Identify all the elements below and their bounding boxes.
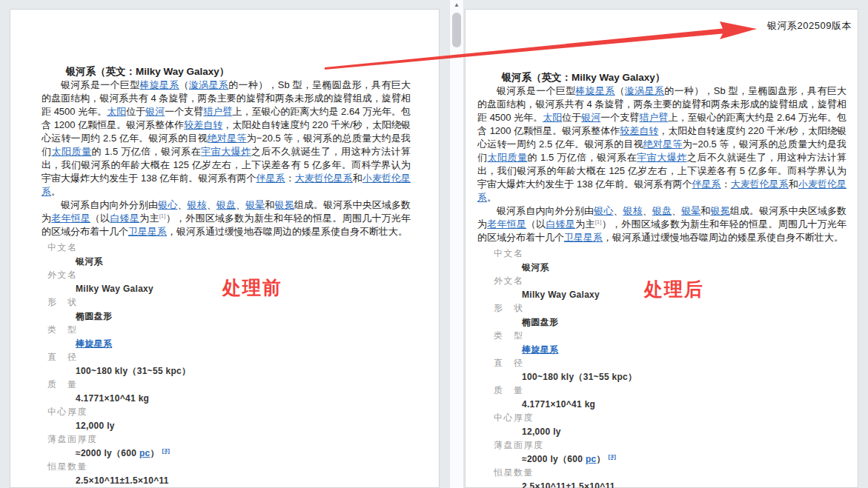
- infobox-value: 棒旋星系: [47, 337, 411, 351]
- text-run: 12,000 ly: [76, 421, 115, 431]
- infobox-value: 12,000 ly: [47, 419, 411, 433]
- text-run: 、: [207, 199, 216, 210]
- infobox-label: 恒星数量: [494, 466, 847, 480]
- text-run: 位于: [562, 112, 581, 123]
- wiki-link[interactable]: 卫星星系: [564, 232, 603, 243]
- wiki-link[interactable]: 银心: [158, 199, 177, 210]
- infobox-value: 12,000 ly: [494, 425, 847, 439]
- wiki-link[interactable]: 银冕: [275, 199, 294, 210]
- wiki-link[interactable]: 银盘: [216, 199, 236, 210]
- wiki-link[interactable]: 大麦哲伦星系: [295, 173, 353, 184]
- wiki-link[interactable]: 银晕: [245, 199, 265, 210]
- wiki-link[interactable]: pc: [586, 454, 597, 464]
- text-run: 和: [789, 178, 798, 190]
- text-run: 椭圆盘形: [76, 311, 112, 321]
- text-run: 的 1.5 万亿倍，银河系在: [527, 152, 637, 163]
- text-run: ）: [150, 448, 162, 458]
- text-run: 为主: [575, 218, 594, 230]
- wiki-link[interactable]: 绝对星等: [208, 133, 247, 144]
- text-run: 银河系是一个巨型: [61, 79, 139, 90]
- text-run: ：: [285, 173, 295, 184]
- infobox-row: 中文名 银河系: [494, 247, 847, 274]
- wiki-link[interactable]: 绝对星等: [643, 138, 683, 150]
- paragraph-1: 银河系是一个巨型棒旋星系（漩涡星系的一种），Sb 型，呈椭圆盘形，具有巨大的盘面…: [477, 84, 847, 204]
- infobox-value: 4.1771×10^41 kg: [494, 398, 847, 412]
- infobox-label: 薄盘面厚度: [47, 432, 411, 447]
- wiki-link[interactable]: [3]: [162, 447, 170, 454]
- wiki-link[interactable]: [3]: [608, 453, 616, 460]
- wiki-link[interactable]: 老年恒星: [487, 218, 526, 230]
- infobox-label: 中文名: [494, 247, 847, 261]
- text-run: ）: [597, 454, 609, 464]
- text-run: 银河系自内向外分别由: [497, 205, 594, 216]
- wiki-link[interactable]: pc: [139, 448, 150, 458]
- infobox-row: 类 型 棒旋星系: [494, 329, 847, 356]
- wiki-link[interactable]: 伴星系: [256, 173, 285, 184]
- wiki-link[interactable]: 太阳质量: [52, 146, 92, 157]
- text-run: Milky Way Galaxy: [76, 284, 153, 294]
- wiki-link[interactable]: 银晕: [681, 205, 700, 216]
- text-run: 2.5×10^11±1.5×10^11: [76, 475, 169, 486]
- wiki-link[interactable]: 较差自转: [620, 125, 658, 136]
- wiki-link[interactable]: 棒旋星系: [139, 79, 179, 90]
- text-run: 为主: [139, 213, 159, 224]
- doc-title: 银河系（英文：Milky Way Galaxy）: [477, 70, 847, 84]
- wiki-link[interactable]: 漩涡星系: [625, 85, 664, 96]
- wiki-link[interactable]: 银冕: [711, 205, 730, 216]
- text-run: ：: [721, 178, 731, 190]
- wiki-link[interactable]: 银河: [145, 106, 165, 117]
- wiki-link[interactable]: 大麦哲伦星系: [731, 178, 789, 190]
- reference-sup: [1]: [595, 218, 602, 225]
- text-run: 、: [643, 205, 652, 216]
- wiki-link[interactable]: 棒旋星系: [522, 344, 558, 355]
- text-run: 。: [487, 192, 497, 203]
- infobox-row: 类 型 棒旋星系: [47, 323, 411, 350]
- infobox-row: 薄盘面厚度 ≈2000 ly（600 pc） [3]: [47, 432, 411, 460]
- wiki-link[interactable]: 猎户臂: [203, 106, 232, 117]
- infobox-label: 质 量: [494, 384, 847, 398]
- wiki-link[interactable]: 太阳: [107, 106, 126, 117]
- text-run: 、: [177, 199, 187, 210]
- infobox-label: 中心厚度: [47, 405, 411, 419]
- text-run: 100~180 kly（31~55 kpc）: [522, 372, 637, 382]
- wiki-link[interactable]: 银河: [581, 112, 600, 123]
- infobox-label: 类 型: [47, 323, 411, 337]
- wiki-link[interactable]: 宇宙大爆炸: [637, 152, 686, 163]
- text-run: 和: [265, 199, 274, 210]
- infobox-row: 直 径 100~180 kly（31~55 kpc）: [494, 356, 847, 384]
- infobox-label: 质 量: [47, 378, 411, 392]
- wiki-link[interactable]: 白矮星: [110, 213, 140, 224]
- text-run: Milky Way Galaxy: [522, 290, 600, 300]
- wiki-link[interactable]: 太阳质量: [488, 152, 528, 163]
- text-run: 银河系: [522, 262, 549, 273]
- wiki-link[interactable]: 猎户臂: [639, 112, 668, 123]
- wiki-link[interactable]: 较差自转: [184, 119, 222, 130]
- wiki-link[interactable]: 银盘: [652, 205, 672, 216]
- wiki-link[interactable]: 宇宙大爆炸: [201, 146, 251, 157]
- wiki-link[interactable]: 银核: [623, 205, 643, 216]
- text-run: 银河系自内向外分别由: [61, 199, 158, 210]
- infobox-row: 中心厚度 12,000 ly: [47, 405, 411, 432]
- wiki-link[interactable]: 老年恒星: [51, 213, 90, 224]
- vertical-scrollbar[interactable]: ▲: [449, 0, 464, 488]
- wiki-link[interactable]: 银核: [188, 199, 207, 210]
- text-run: 2.5×10^11±1.5×10^11: [522, 481, 615, 488]
- wiki-link[interactable]: 卫星星系: [128, 226, 167, 237]
- wiki-link[interactable]: 银心: [594, 205, 613, 216]
- document-pane-before: 银河系（英文：Milky Way Galaxy） 银河系是一个巨型棒旋星系（漩涡…: [10, 9, 440, 488]
- infobox-row: 形 状 椭圆盘形: [494, 301, 847, 329]
- infobox-value: 2.5×10^11±1.5×10^11: [494, 480, 847, 488]
- infobox-label: 恒星数量: [47, 460, 411, 474]
- scrollbar-thumb[interactable]: [452, 13, 461, 47]
- wiki-link[interactable]: 漩涡星系: [189, 79, 228, 90]
- wiki-link[interactable]: 棒旋星系: [76, 338, 112, 349]
- text-run: （以: [90, 213, 110, 224]
- annotation-after-label: 处理后: [644, 277, 704, 301]
- wiki-link[interactable]: 棒旋星系: [575, 85, 614, 96]
- doc-title: 银河系（英文：Milky Way Galaxy）: [42, 64, 411, 78]
- wiki-link[interactable]: 太阳: [543, 112, 562, 123]
- text-run: 、: [613, 205, 623, 216]
- scroll-up-arrow-icon[interactable]: ▲: [450, 1, 463, 8]
- wiki-link[interactable]: 白矮星: [546, 218, 576, 230]
- wiki-link[interactable]: 伴星系: [692, 178, 721, 190]
